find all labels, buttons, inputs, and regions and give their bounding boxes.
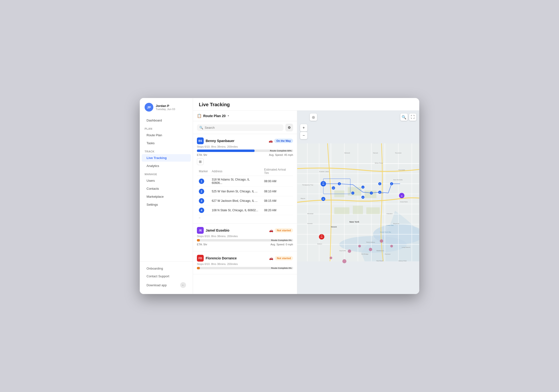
svg-text:7: 7 [371, 192, 372, 194]
svg-text:Wayne: Wayne [301, 197, 305, 199]
zoom-out-button[interactable]: − [300, 132, 307, 139]
svg-text:Sayreville: Sayreville [339, 250, 346, 251]
sidebar-item-label: Users [147, 179, 155, 182]
sidebar-section-manage: Manage [140, 170, 193, 177]
svg-text:Tarrytown: Tarrytown [395, 152, 402, 154]
sidebar-item-route-plan[interactable]: Route Plan [142, 131, 191, 139]
svg-text:Summit: Summit [307, 223, 312, 224]
route-icon: 📋 [197, 114, 202, 118]
driver-card-benny: BS Benny Spanbauer 🚗 On the Way Stops 6/… [193, 134, 297, 223]
sidebar-item-marketplace[interactable]: Marketplace [142, 193, 191, 200]
progress-bar-benny: Route Complete 60% [197, 150, 293, 152]
sidebar-item-users[interactable]: Users [142, 177, 191, 184]
driver-meta-jamel: Stops 0/10. 8hrs 38mins. 200miles [197, 235, 293, 238]
table-toggle-button[interactable]: ⊞ [197, 158, 204, 165]
progress-label-benny: Route Complete 60% [270, 150, 292, 152]
sidebar-item-label: Contact Support [147, 274, 169, 278]
driver-name-florencio: Florencio Dorrance [206, 256, 237, 260]
driver-avatar-bs: BS [197, 137, 204, 144]
col-address: Address [210, 167, 262, 176]
car-icon: 🚗 [269, 139, 273, 143]
route-selector[interactable]: 📋 Route Plan 20 ▾ [193, 111, 297, 121]
chevron-down-icon: ▾ [228, 114, 229, 117]
svg-text:Edison: Edison [317, 243, 322, 245]
progress-fill-florencio [197, 267, 200, 269]
user-profile[interactable]: JP Jordan P Tuesday, Jun 03 [140, 103, 193, 116]
svg-text:Long Branch: Long Branch [402, 246, 410, 248]
sidebar-item-dashboard[interactable]: Dashboard [142, 117, 191, 124]
sidebar-item-label: Route Plan [147, 133, 162, 137]
svg-text:Montclair: Montclair [307, 213, 313, 214]
progress-fill-jamel [197, 239, 200, 241]
svg-text:8: 8 [380, 192, 380, 193]
driver-card-jamel: JE Jamel Eusebio 🚗 Not started Stops 0/1… [193, 223, 297, 251]
driver-avatar-fd: FD [197, 255, 204, 262]
main-content: Live Tracking 📋 Route Plan 20 ▾ 🔍 ⚙ [193, 98, 419, 294]
status-badge-benny: On the Way [274, 139, 293, 143]
left-panel: 📋 Route Plan 20 ▾ 🔍 ⚙ [193, 111, 297, 294]
top-header: Live Tracking [193, 98, 419, 111]
svg-text:BS: BS [322, 183, 324, 185]
svg-text:Hoboken: Hoboken [387, 213, 393, 214]
page-title: Live Tracking [199, 102, 413, 107]
stop-marker-4: 4 [199, 208, 204, 213]
expand-more[interactable]: – [197, 215, 293, 220]
sidebar: JP Jordan P Tuesday, Jun 03 Dashboard Pl… [140, 98, 193, 294]
sidebar-item-label: Tasks [147, 141, 155, 145]
sidebar-item-label: Marketplace [147, 195, 164, 198]
svg-text:25: 25 [321, 235, 322, 236]
sidebar-item-contact-support[interactable]: Contact Support [142, 272, 191, 280]
sidebar-item-label: Download app [147, 283, 167, 287]
driver-card-florencio: FD Florencio Dorrance 🚗 Not started Stop… [193, 251, 297, 274]
car-icon-fd: 🚗 [269, 256, 273, 260]
route-name: Route Plan 20 [203, 114, 226, 118]
search-bar-row: 🔍 ⚙ [193, 121, 297, 134]
col-marker: Marker [197, 167, 210, 176]
locate-button[interactable]: ◎ [310, 114, 317, 121]
map-panel[interactable]: Parsippany-Troy Franklin Lakes Tarrytown… [297, 111, 419, 294]
svg-point-83 [330, 257, 332, 259]
svg-text:Nanuet: Nanuet [373, 152, 378, 154]
progress-bar-jamel: Route Complete 0% [197, 239, 293, 241]
svg-text:Newark: Newark [331, 226, 337, 228]
svg-point-87 [343, 259, 347, 263]
sidebar-item-contacts[interactable]: Contacts [142, 185, 191, 192]
zoom-in-button[interactable]: + [300, 124, 307, 131]
map-background: Parsippany-Troy Franklin Lakes Tarrytown… [297, 111, 419, 294]
map-search-button[interactable]: 🔍 [400, 114, 408, 121]
map-top-right-controls: 🔍 ⛶ [400, 114, 416, 121]
driver-avatar-je: JE [197, 227, 204, 234]
sidebar-item-tasks[interactable]: Tasks [142, 139, 191, 147]
driver-stats-jamel: ETA: 5hr Avg. Speed: 0 mph [197, 243, 293, 246]
svg-text:White Plains: White Plains [375, 162, 383, 164]
sidebar-item-download-app[interactable]: Download app ← [142, 280, 191, 290]
search-input[interactable] [205, 126, 281, 129]
sidebar-section-plan: Plan [140, 124, 193, 131]
svg-rect-23 [348, 187, 361, 196]
svg-text:5: 5 [380, 183, 380, 185]
sidebar-item-settings[interactable]: Settings [142, 201, 191, 208]
svg-text:Bayonne: Bayonne [393, 223, 399, 224]
sidebar-item-live-tracking[interactable]: Live Tracking [142, 154, 191, 162]
sidebar-item-label: Contacts [147, 187, 159, 190]
status-badge-florencio: Not started [275, 256, 293, 260]
col-eta: Estimated Arrival Tim [262, 167, 293, 176]
avatar: JP [145, 103, 153, 112]
user-date: Tuesday, Jun 03 [156, 108, 175, 111]
driver-name-benny: Benny Spanbauer [206, 139, 234, 143]
svg-text:New Rochelle: New Rochelle [393, 179, 403, 181]
table-row: 3 627 W Jackson Blvd, Chicago, IL ... 08… [197, 196, 293, 206]
avg-speed-jamel: Avg. Speed: 0 mph [270, 243, 293, 246]
sidebar-item-onboarding[interactable]: Onboarding [142, 265, 191, 272]
download-arrow-icon: ← [180, 282, 186, 288]
svg-text:Old Bridge: Old Bridge [361, 253, 369, 255]
search-input-wrap[interactable]: 🔍 [197, 124, 283, 131]
status-badge-jamel: Not started [275, 228, 293, 232]
filter-settings-button[interactable]: ⚙ [285, 124, 293, 131]
sidebar-item-analytics[interactable]: Analytics [142, 162, 191, 170]
map-fullscreen-button[interactable]: ⛶ [409, 114, 416, 121]
stop-table-benny: Marker Address Estimated Arrival Tim 1 3… [197, 167, 293, 215]
sidebar-bottom: Onboarding Contact Support Download app … [140, 261, 193, 290]
progress-fill-benny [197, 150, 255, 152]
table-row: 4 108 N State St, Chicago, IL 60602... 0… [197, 206, 293, 215]
